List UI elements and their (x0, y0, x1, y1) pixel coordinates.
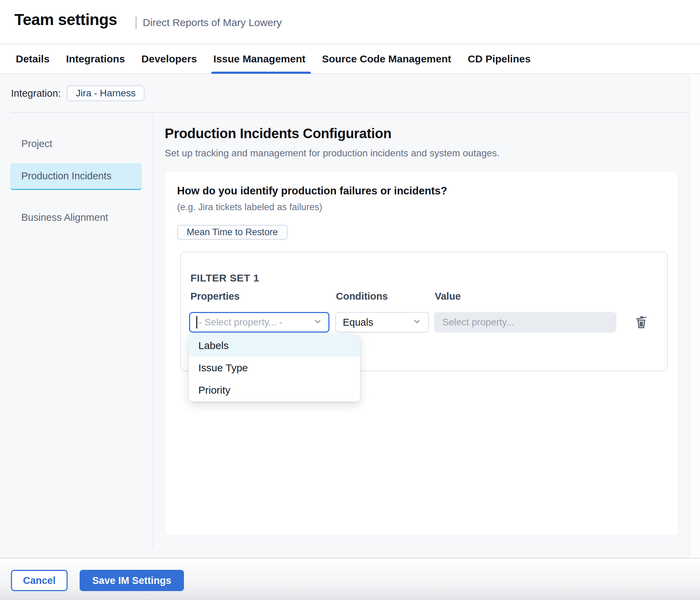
settings-tabbar: Details Integrations Developers Issue Ma… (0, 44, 700, 74)
integration-chip[interactable]: Jira - Harness (67, 85, 144, 101)
value-input[interactable] (434, 312, 616, 333)
page-title: Team settings (14, 10, 117, 29)
trash-icon (634, 314, 649, 331)
tab-details[interactable]: Details (16, 44, 49, 74)
chevron-down-icon (412, 317, 421, 327)
property-select-placeholder: - Select property... - (199, 317, 282, 328)
dropdown-option-priority[interactable]: Priority (189, 379, 360, 401)
identify-question-hint: (e.g. Jira tickets labeled as failures) (177, 202, 322, 213)
section-title: Production Incidents Configuration (165, 126, 392, 141)
integration-row: Integration: Jira - Harness (11, 85, 144, 101)
column-header-value: Value (435, 291, 461, 302)
tab-source-code-management[interactable]: Source Code Management (322, 44, 451, 74)
condition-select-value: Equals (343, 317, 373, 328)
save-im-settings-button[interactable]: Save IM Settings (80, 570, 184, 591)
cancel-button[interactable]: Cancel (11, 570, 68, 591)
condition-select[interactable]: Equals (335, 312, 429, 333)
tab-developers[interactable]: Developers (141, 44, 197, 74)
text-cursor (196, 316, 197, 328)
incidents-config-card: How do you identify production failures … (165, 171, 679, 536)
chevron-down-icon (313, 317, 322, 327)
tab-integrations[interactable]: Integrations (66, 44, 125, 74)
sidebar-item-business-alignment[interactable]: Business Alignment (10, 204, 142, 231)
delete-filter-button[interactable] (633, 313, 650, 331)
integration-label: Integration: (11, 88, 61, 99)
property-select[interactable]: - Select property... - (189, 312, 329, 333)
filter-set-title: FILTER SET 1 (190, 272, 259, 284)
tab-cd-pipelines[interactable]: CD Pipelines (468, 44, 530, 74)
section-subtitle: Set up tracking and management for produ… (165, 148, 500, 159)
column-header-conditions: Conditions (336, 291, 388, 302)
identify-question: How do you identify production failures … (177, 185, 447, 197)
column-header-properties: Properties (190, 291, 240, 302)
tab-issue-management[interactable]: Issue Management (213, 44, 305, 74)
scrollbar-gutter[interactable] (689, 75, 700, 558)
property-dropdown-menu: Labels Issue Type Priority (189, 334, 360, 401)
dropdown-option-labels[interactable]: Labels (189, 334, 360, 357)
page-subtitle-group: Direct Reports of Mary Lowery (136, 16, 282, 29)
content-area: Integration: Jira - Harness Project Prod… (0, 75, 700, 558)
title-divider (136, 16, 137, 29)
action-footer: Cancel Save IM Settings (0, 558, 700, 600)
sidebar-item-project[interactable]: Project (10, 130, 142, 157)
config-sidebar: Project Production Incidents Business Al… (0, 113, 154, 549)
team-name: Direct Reports of Mary Lowery (143, 17, 282, 28)
page-header: Team settings Direct Reports of Mary Low… (0, 0, 700, 44)
mean-time-to-restore-chip[interactable]: Mean Time to Restore (177, 225, 288, 240)
dropdown-option-issue-type[interactable]: Issue Type (189, 357, 360, 379)
sidebar-item-production-incidents[interactable]: Production Incidents (10, 163, 142, 190)
